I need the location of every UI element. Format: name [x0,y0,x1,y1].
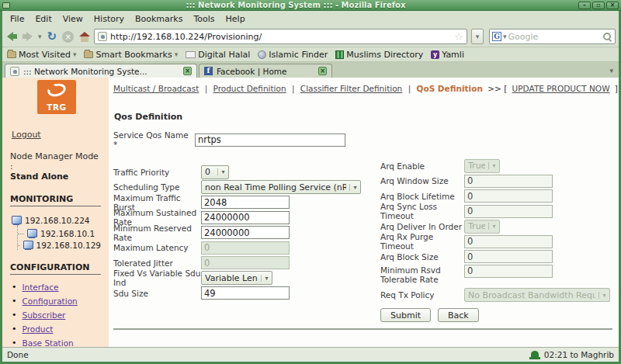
sidebar-item-configuration[interactable]: • Configuration [12,296,101,306]
breadcrumb-separator: | [205,84,208,93]
tab-close-icon[interactable]: × [183,67,192,75]
menu-file[interactable]: File [5,12,29,26]
bookmark-label: Yamli [442,50,464,60]
arq-block-lifetime-input[interactable] [464,189,553,203]
sidebar-item-interface[interactable]: • Interface [12,283,101,292]
sidebar-item-base-station[interactable]: • Base Station [12,338,101,347]
node-manager-mode-value: Stand Alone [10,172,101,182]
bullet-icon: • [12,325,17,333]
menu-edit[interactable]: Edit [30,12,56,26]
sidebar-link[interactable]: Base Station [23,338,74,347]
tab-close-icon[interactable]: × [318,67,327,75]
arq-rx-purge-timeout-input[interactable] [464,235,553,248]
tree-node-child[interactable]: 192.168.10.129 [18,241,101,250]
breadcrumb-multicast-broadcast[interactable]: Multicast / Broadcast [113,84,199,93]
stop-button[interactable]: × [61,28,75,45]
sidebar-link[interactable]: Configuration [23,296,78,306]
submit-button[interactable]: Submit [380,308,431,322]
minimum-rsvd-tolerable-rate-input[interactable] [464,265,553,278]
chevron-down-icon: ▾ [349,184,360,191]
close-button[interactable]: × [606,2,619,9]
monitoring-tree: 192.168.10.224 192.168.10.1 192.168.10.1… [12,216,101,250]
form-divider [113,328,612,330]
chevron-down-icon: ▾ [38,33,42,40]
menu-view[interactable]: View [58,12,88,26]
tab-list-dropdown[interactable]: ▾ [606,67,616,75]
bookmark-islamic-finder[interactable]: Islamic Finder [258,50,328,60]
menu-bookmarks[interactable]: Bookmarks [130,12,187,26]
bookmark-yamli[interactable]: y Yamli [431,50,464,60]
arq-rx-purge-timeout-row: Arq Rx Purge Timeout [380,234,612,250]
fixed-vs-variable-sdu-ind-select[interactable]: Variable Length ▾ [201,271,272,285]
maximize-button[interactable]: ▫ [592,2,605,9]
tree-node-root[interactable]: 192.168.10.224 [12,216,101,225]
arq-block-size-input[interactable] [464,250,553,263]
sdu-size-input[interactable] [201,286,290,300]
scheduling-type-select[interactable]: non Real Time Polling Service (nRTPS) ▾ [201,180,361,194]
forward-button[interactable] [21,28,34,45]
status-bar: Done 02:21 to Maghrib [2,347,619,362]
url-history-dropdown[interactable]: ▾ [471,29,484,44]
title-bar[interactable]: ::: Network Monitoring System ::: - Mozi… [0,0,621,11]
logout-link[interactable]: Logout [12,130,41,140]
configuration-links: • Interface • Configuration • Subscriber [10,283,101,347]
bookmark-smart-bookmarks[interactable]: Smart Bookmarks ▾ [84,50,178,60]
tab-bar: ::: Network Monitoring Syste... × f Face… [2,62,619,78]
search-box[interactable]: G ▾ [489,29,616,44]
traffic-priority-select[interactable]: 0 ▾ [201,165,229,179]
home-button[interactable] [78,28,92,45]
sidebar-link[interactable]: Product [23,324,54,334]
arq-sync-loss-timeout-input[interactable] [464,205,553,218]
breadcrumb-product-definition[interactable]: Product Definition [213,84,286,93]
google-engine-icon[interactable]: G [492,32,501,41]
maximum-latency-input [201,241,290,255]
sidebar-item-subscriber[interactable]: • Subscriber [12,310,101,320]
minimum-reserved-rate-input[interactable] [201,226,290,239]
url-bar[interactable]: ☆ [94,29,467,44]
bookmark-label: Muslims Directory [346,50,423,60]
bookmark-star-icon[interactable]: ☆ [454,32,463,42]
menu-tools[interactable]: Tools [189,12,219,26]
search-icon[interactable] [602,32,612,42]
breadcrumb-classifier-filter-definition[interactable]: Classifier Filter Definition [300,84,402,93]
traffic-priority-row: Traffic Priority 0 ▾ [113,165,380,180]
sidebar-item-product[interactable]: • Product [12,324,101,334]
back-button-form[interactable]: Back [438,308,479,322]
back-button[interactable] [5,28,19,45]
tree-node-label: 192.168.10.224 [25,216,90,225]
chevron-down-icon[interactable]: ▾ [503,33,507,40]
tree-node-label: 192.168.10.129 [36,241,102,250]
tab-facebook[interactable]: f Facebook | Home × [199,64,332,78]
breadcrumb-qos-definition: QoS Definition [417,84,483,93]
url-input[interactable] [110,32,451,42]
bookmark-digital-halal[interactable]: Digital Halal [186,50,250,60]
service-qos-name-input[interactable] [195,133,345,147]
back-forward-dropdown[interactable]: ▾ [36,28,43,45]
menu-help[interactable]: Help [221,12,250,26]
bookmark-most-visited[interactable]: Most Visited ▾ [7,50,76,60]
arq-deliver-in-order-select: True ▾ [464,220,500,234]
sidebar-link[interactable]: Subscriber [23,310,66,320]
field-label: Minimum Rsvd Tolerable Rate [380,265,464,285]
breadcrumb-update-product-now[interactable]: UPDATE PRODUCT NOW [512,84,610,93]
fixed-vs-variable-sdu-ind-row: Fixed Vs Variable Sdu Ind Variable Lengt… [113,271,380,286]
minimize-button[interactable]: – [578,2,591,9]
tab-network-monitoring[interactable]: ::: Network Monitoring Syste... × [5,64,197,78]
maximum-sustained-rate-input[interactable] [201,211,290,224]
bullet-icon: • [12,311,17,319]
select-value: True [468,161,485,171]
folder-icon [7,51,16,58]
select-value: non Real Time Polling Service (nRTPS) [205,182,346,192]
tree-node-child[interactable]: 192.168.10.1 [18,229,101,238]
bookmark-muslims-directory[interactable]: Muslims Directory [335,50,423,60]
sidebar-link[interactable]: Interface [23,283,59,292]
field-label: Service Qos Name * [113,130,195,149]
maximum-traffic-burst-input[interactable] [201,196,290,209]
form-left-column: Traffic Priority 0 ▾ Scheduling Type non… [113,158,380,322]
menu-history[interactable]: History [89,12,129,26]
search-input[interactable] [508,32,601,42]
reload-button[interactable]: ↻ [46,28,59,45]
select-value: Variable Length [205,273,258,283]
select-value: True [468,221,485,231]
arq-window-size-input[interactable] [464,175,553,188]
